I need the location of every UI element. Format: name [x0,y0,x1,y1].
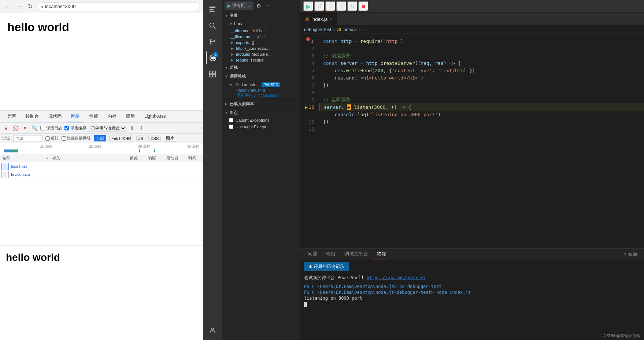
bp-uncaught-exceptions[interactable]: Uncaught Except... [222,123,300,130]
network-row-favicon[interactable]: □ favicon.ico [0,170,203,178]
tab-console[interactable]: 控制台 [21,111,43,122]
tab-close-icon[interactable]: × [330,17,332,22]
timeline-label-20ms: 20 毫秒 [89,144,101,149]
activity-explorer[interactable] [206,3,219,16]
var-filename[interactable]: __filename: 'c:\U...' [222,34,300,40]
var-exports[interactable]: ► exports: {} [222,40,300,45]
var-server-10: server [324,104,341,110]
tab-elements[interactable]: 元素 [3,111,21,122]
tab-network[interactable]: 网络 [67,111,84,122]
variables-label: 变量 [230,13,238,18]
download-btn[interactable]: ⇩ [138,125,145,132]
bp-caught-exceptions[interactable]: Caught Exceptions [222,117,300,123]
local-subsection-header[interactable]: ▼ Local [222,20,300,28]
row-icon-localhost: □ [1,163,9,170]
debug-gear-button[interactable]: ⚙ [256,3,261,9]
filter-input[interactable] [13,136,42,141]
terminal-output-listening: listening on 3000 port [304,296,362,301]
watch-label: 监视 [230,65,238,70]
tab-application[interactable]: 应用 [122,111,139,122]
reverse-label: 反转 [45,136,59,141]
forward-button[interactable]: → [15,3,23,11]
upload-btn[interactable]: ⇧ [129,125,136,132]
var-console: console [334,112,355,117]
debug-step-into-btn[interactable]: ⇩ [325,1,336,11]
debug-step-out-btn[interactable]: ⇧ [336,1,347,11]
tab-lighthouse[interactable]: Lighthouse [140,111,170,122]
bp-caught-checkbox[interactable] [229,118,233,122]
activity-debug[interactable]: 1 [206,51,219,64]
css-filter-btn[interactable]: CSS [148,136,161,141]
debug-stop-btn[interactable]: ■ [358,1,369,11]
panel-tab-output[interactable]: 输出 [322,249,339,259]
img-filter-btn[interactable]: 图片 [164,135,176,142]
back-button[interactable]: ← [3,3,12,11]
col-header-response: 响应 [148,155,166,161]
loaded-scripts-header[interactable]: ► 已载入的脚本 [222,100,300,108]
record-button[interactable]: ● [2,125,10,132]
filter-icon-btn[interactable]: ▼ [21,125,29,132]
address-text: localhost:3000 [45,4,76,9]
watch-section-header[interactable]: ▼ 监视 [222,63,300,72]
tab-index-js[interactable]: JS index.js × [300,13,337,26]
svg-rect-11 [210,74,212,77]
panel-tab-bar: 问题 输出 调试控制台 终端 > node [300,249,644,260]
callstack-paused-badge: PAUSED [262,82,280,87]
fn-writehead: writeHead [346,68,372,73]
var-res-6: res [334,75,343,81]
debug-toolbar-icons: ▶ ↺ ⇩ ⇧ ↻ ■ [300,0,644,13]
callstack-skip-link[interactable]: 显示另外 6 个: Skipped [229,93,297,98]
tab-performance[interactable]: 性能 [85,111,103,122]
fn-createserver: createServer [381,60,415,66]
network-timeline: 10 毫秒 20 毫秒 30 毫秒 40 毫秒 [0,143,203,154]
clear-button[interactable]: 🚫 [12,125,19,132]
debug-step-over-btn[interactable]: ↺ [314,1,325,11]
line-8-num: 8 [300,89,319,96]
fetch-xhr-filter-btn[interactable]: Fetch/XHR [109,136,133,141]
activity-account[interactable] [206,324,219,337]
panel-tab-terminal[interactable]: 终端 [373,249,390,259]
preserve-log-checkbox[interactable] [40,126,45,130]
activity-git[interactable] [206,35,219,48]
reload-button[interactable]: ↻ [26,2,34,11]
search-btn[interactable]: 🔍 [31,125,38,132]
callstack-launch-chevron: ▼ [229,83,233,87]
tab-sources[interactable]: 源代码 [44,111,66,122]
throttle-select[interactable]: 已停用节流模式 [89,125,126,132]
disable-cache-label: 停用缓存 [64,125,86,131]
bp-uncaught-checkbox[interactable] [229,125,233,129]
debug-config-selector[interactable]: ▶ 没有配 ⌄ [225,1,253,10]
activity-search[interactable] [206,19,219,32]
powershell-link[interactable]: https://aka.ms/pscore6 [367,275,425,280]
all-filter-btn[interactable]: 全部 [94,135,106,141]
variables-section-header[interactable]: ▼ 变量 [222,11,300,20]
code-line-8 [319,89,644,96]
js-filter-btn[interactable]: JS [136,136,145,141]
var-module[interactable]: ► module: Module {i... [222,51,300,57]
var-require[interactable]: ► require: f requir... [222,57,300,63]
restore-history-btn[interactable]: ✱ * 还原的历史记录 还原的历史记录 [304,262,349,271]
activity-extensions[interactable] [206,67,219,81]
var-http[interactable]: ► http: {_connectio... [222,45,300,51]
panel-tab-debug-console[interactable]: 调试控制台 [341,249,372,259]
col-header-name: 名称 [0,155,44,161]
hide-data-urls-checkbox[interactable] [62,136,66,141]
tab-memory[interactable]: 内存 [103,111,121,122]
callstack-launch-item[interactable]: ▼ ⚙ Launch ... PAUSED <anonymous> d... 显… [222,81,300,99]
callstack-anon-func[interactable]: <anonymous> d... [229,88,297,92]
network-row-localhost[interactable]: □ localhost [0,162,203,170]
breadcrumb-sep: > [333,27,335,32]
debug-more-button[interactable]: ⋯ [264,3,269,9]
timeline-bar-main [4,149,18,152]
address-bar[interactable]: ● localhost:3000 [37,2,200,11]
callstack-section-header[interactable]: ▼ 调用堆栈 [222,72,300,81]
panel-tab-problems[interactable]: 问题 [304,249,321,259]
debug-continue-btn[interactable]: ▶ [303,1,314,11]
debug-restart-btn[interactable]: ↻ [347,1,358,11]
breakpoints-section-header[interactable]: ▼ 断点 [222,108,300,117]
fn-log: log [358,112,366,117]
terminal-prompt-node: PS C:\Users\Dr.Eam\Desktop\node.js\debug… [304,290,471,295]
reverse-checkbox[interactable] [45,136,50,141]
var-dirname[interactable]: __dirname: 'c:\Us...' [222,28,300,34]
disable-cache-checkbox[interactable] [64,126,69,130]
